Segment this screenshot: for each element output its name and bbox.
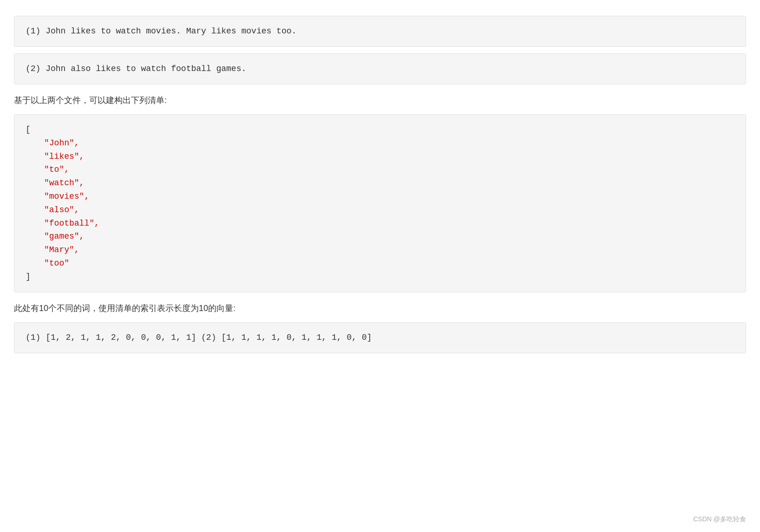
list-close-bracket: ]: [26, 270, 734, 284]
sentence1-text: (1) John likes to watch movies. Mary lik…: [26, 26, 296, 36]
list-item: "John",: [44, 136, 734, 150]
list-item: "watch",: [44, 176, 734, 190]
list-item: "also",: [44, 203, 734, 217]
watermark: CSDN @多吃轻食: [693, 515, 746, 524]
list-open-bracket: [: [26, 123, 734, 136]
sentence2-text: (2) John also likes to watch football ga…: [26, 64, 246, 73]
list-item: "football",: [44, 217, 734, 230]
list-item: "too": [44, 257, 734, 270]
list-item: "games",: [44, 230, 734, 243]
list-item: "movies",: [44, 190, 734, 203]
vector-block: (1) [1, 2, 1, 1, 2, 0, 0, 0, 1, 1] (2) […: [14, 322, 746, 353]
list-item: "likes",: [44, 150, 734, 163]
vector-text: (1) [1, 2, 1, 1, 2, 0, 0, 0, 1, 1] (2) […: [26, 333, 372, 342]
intro-text: 基于以上两个文件，可以建构出下列清单:: [14, 93, 746, 108]
list-item: "to",: [44, 163, 734, 176]
list-item: "Mary",: [44, 243, 734, 257]
sentence2-block: (2) John also likes to watch football ga…: [14, 53, 746, 84]
list-code-block: [ "John","likes","to","watch","movies","…: [14, 114, 746, 292]
sentence1-block: (1) John likes to watch movies. Mary lik…: [14, 16, 746, 47]
vector-intro-text: 此处有10个不同的词，使用清单的索引表示长度为10的向量:: [14, 301, 746, 316]
